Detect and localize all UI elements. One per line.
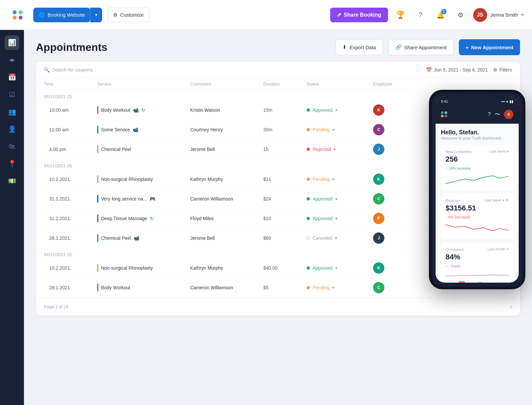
sidebar-item-location[interactable]: 📍 <box>5 156 19 171</box>
status-cell: Pending ▾ <box>307 127 373 132</box>
customize-label: Customize <box>120 12 144 18</box>
chevron-icon[interactable]: ▾ <box>332 177 334 182</box>
status-cell: Approved ▾ <box>307 107 373 113</box>
card-value: $3156.51 <box>446 204 509 212</box>
service-cell: Non-surgical Rhinoplasty <box>97 175 190 183</box>
col-service: Service <box>97 81 190 86</box>
share-booking-button[interactable]: ⇗ Share Booking <box>330 8 388 22</box>
mobile-header: ? 〜 S <box>436 106 519 124</box>
customer-cell: Courtney Henry <box>190 127 263 132</box>
sidebar: 📊 ◀▶ 📅 ☑ 👥 👤 🛍 📍 💵 <box>0 30 24 405</box>
duration-cell: $10 <box>263 216 307 221</box>
sidebar-chevrons[interactable]: ◀▶ <box>5 53 19 67</box>
sidebar-item-calendar[interactable]: 📅 <box>5 70 19 84</box>
check-icon: ☑ <box>9 90 15 98</box>
mobile-nav-dashboard[interactable]: ⊞ Dashboard <box>437 281 453 283</box>
mobile-nav-calendar[interactable]: 📅 Calendar <box>455 281 468 283</box>
mobile-nav-appointments[interactable]: ☑ Appointments <box>470 281 490 283</box>
search-icon: 🔍 <box>44 67 50 72</box>
share-booking-label: Share Booking <box>344 12 381 18</box>
user-profile-area[interactable]: JS Jenna Smith ▾ <box>473 8 524 22</box>
card-trend: ↓ 6% Decrease <box>446 215 470 219</box>
calendar-nav-icon: 📅 <box>458 281 465 283</box>
sidebar-item-finance[interactable]: 💵 <box>5 174 19 188</box>
more-nav-icon: ≡ <box>512 281 516 283</box>
customize-button[interactable]: ⚙ Customize <box>107 8 149 22</box>
search-wrapper: 🔍 <box>44 67 421 72</box>
service-cell: Non-surgical Rhinoplasty <box>97 264 190 272</box>
trophy-icon: 🏆 <box>396 11 405 19</box>
col-status: Status <box>307 81 373 86</box>
status-cell: Approved ▾ <box>307 196 373 202</box>
sidebar-item-dashboard[interactable]: 📊 <box>5 35 19 50</box>
settings-button[interactable]: ⚙ <box>453 8 468 22</box>
location-icon: 📍 <box>8 160 16 168</box>
booking-website-dropdown[interactable]: ▾ <box>90 8 102 22</box>
filters-button[interactable]: ⚙ Filters <box>493 67 512 72</box>
status-cell: Canceled ▾ <box>307 235 373 241</box>
col-time: Time <box>44 81 97 86</box>
employee-cell: C <box>373 282 440 293</box>
chevron-icon[interactable]: ▾ <box>332 127 334 132</box>
col-employee: Employee <box>373 81 440 86</box>
time-cell: 28.1.2021. <box>44 235 97 241</box>
sidebar-item-appointments[interactable]: ☑ <box>5 87 19 102</box>
sidebar-item-shop[interactable]: 🛍 <box>5 139 19 154</box>
new-appt-label: New Appointment <box>471 45 513 50</box>
duration-cell: 15m <box>263 107 307 113</box>
share-appointment-button[interactable]: 🔗 Share Appointment <box>388 39 454 55</box>
booking-website-button[interactable]: 🌐 Booking Website <box>33 8 90 22</box>
chevron-icon[interactable]: ▾ <box>335 196 337 202</box>
user-dropdown-icon: ▾ <box>521 12 524 18</box>
filters-label: Filters <box>499 67 512 72</box>
card-period: Last month ▾ <box>488 247 509 251</box>
mobile-card-occupancy: Occupancy Last month ▾ 84% — Stable <box>441 242 513 277</box>
customer-cell: Jerome Bell <box>190 235 263 241</box>
customer-cell: Kathryn Murphy <box>190 177 263 182</box>
customers-nav-icon: 👥 <box>497 281 504 283</box>
chevron-icon[interactable]: ▾ <box>335 235 337 241</box>
duration-cell: $5 <box>263 285 307 290</box>
export-data-button[interactable]: ⬇ Export Data <box>335 39 383 55</box>
time-cell: 4:00 pm <box>44 147 97 152</box>
sidebar-item-users[interactable]: 👤 <box>5 122 19 136</box>
column-headers: Time Service Customers Duration Status E… <box>36 78 520 90</box>
link-icon: 🔗 <box>395 44 402 50</box>
date-range: 📅 Jun 5, 2021 - Sep 6, 2021 <box>426 67 488 72</box>
chevron-icon[interactable]: ▾ <box>335 107 337 113</box>
time-cell: 28.1.2021. <box>44 285 97 290</box>
group-icon: 👥 <box>8 108 16 116</box>
chevron-icon[interactable]: ▾ <box>335 216 337 221</box>
help-button[interactable]: ? <box>413 8 428 22</box>
duration-cell: $60 <box>263 235 307 241</box>
user-name: Jenna Smith <box>490 12 518 18</box>
customer-cell: Cameron Williamson <box>190 196 263 202</box>
customer-cell: Jerome Bell <box>190 147 263 152</box>
table-footer: Page 1 of 24 › <box>36 298 520 316</box>
calendar-icon: 📅 <box>8 73 16 81</box>
pagination-next[interactable]: › <box>510 303 512 310</box>
mobile-nav-more[interactable]: ≡ More <box>510 281 518 283</box>
chevron-icon[interactable]: ▾ <box>335 265 337 271</box>
mobile-time: 9:41 <box>441 99 448 103</box>
duration-cell: $40.00 <box>263 265 307 271</box>
sidebar-item-clients[interactable]: 👥 <box>5 104 19 119</box>
time-cell: 31.1.2021. <box>44 216 97 221</box>
new-appointment-button[interactable]: + New Appointment <box>459 39 520 55</box>
chevron-icon[interactable]: ▾ <box>333 147 336 152</box>
customer-cell: Cameron Williamson <box>190 285 263 290</box>
customize-icon: ⚙ <box>113 12 117 18</box>
mobile-preview: 9:41 ▪▪▪ ● ▮▮ ? 〜 <box>429 90 525 289</box>
status-cell: Rejected ▾ <box>307 147 373 152</box>
status-cell: Pending ▾ <box>307 177 373 182</box>
card-label: Occupancy <box>446 247 464 251</box>
trophy-button[interactable]: 🏆 <box>393 8 408 22</box>
appt-nav-icon: ☑ <box>477 281 483 283</box>
mobile-nav-customers[interactable]: 👥 Customers <box>492 281 508 283</box>
chevron-down-icon: ▾ <box>95 12 97 17</box>
chevron-icon[interactable]: ▾ <box>332 285 334 290</box>
search-input[interactable] <box>52 67 421 72</box>
booking-website-group[interactable]: 🌐 Booking Website ▾ <box>33 8 102 22</box>
top-navigation: 🌐 Booking Website ▾ ⚙ Customize ⇗ Share … <box>0 0 532 30</box>
notification-button[interactable]: 🔔 1 <box>433 8 448 22</box>
